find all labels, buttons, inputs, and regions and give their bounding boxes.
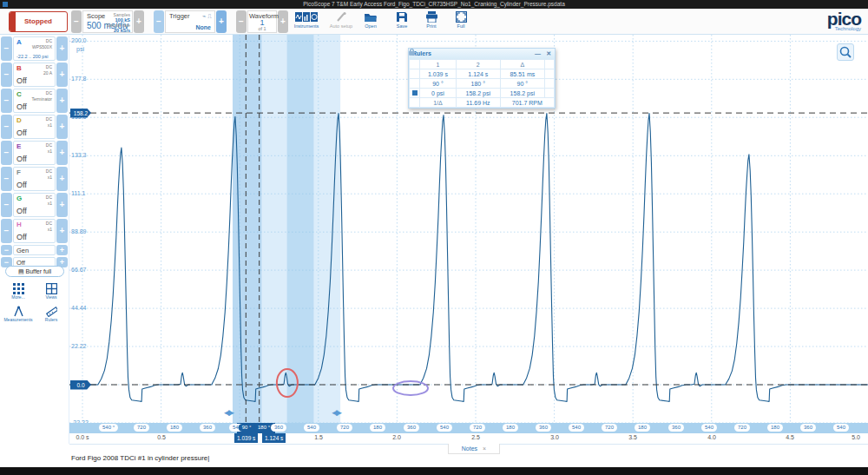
window-titlebar[interactable]: PicoScope 7 T&M Early Access Ford_Figo_T… (0, 0, 868, 9)
rotation-label: 180 (767, 424, 783, 432)
channel-a-color-swatch (412, 90, 418, 96)
zoom-magnifier-button[interactable] (837, 43, 854, 61)
generator-plus-button[interactable]: + (56, 245, 68, 255)
measurements-button[interactable]: Measurements (2, 305, 35, 327)
time-tick-label: 4.5 (786, 434, 794, 440)
buffer-label: Buffer full (26, 268, 51, 274)
trigger-panel[interactable]: − Trigger ⌁ ⎍ None + (154, 10, 228, 33)
waveform-panel[interactable]: − Waveform 1 of 1 + (236, 10, 290, 33)
selection-left-handle[interactable]: ◀▶ (224, 408, 233, 417)
pressure-ruler-tag[interactable]: 0.0 (70, 380, 91, 390)
channel-a-minus-button[interactable]: − (1, 36, 12, 61)
ruler-delta: 90 ° (500, 79, 544, 89)
notes-input[interactable]: Ford Figo 2008 TDCi #1 in cylinder press… (71, 454, 209, 462)
channel-b-minus-button[interactable]: − (1, 63, 12, 87)
channel-h-plus-button[interactable]: + (56, 219, 68, 243)
channel-g-card[interactable]: −GDCx1Off+ (1, 193, 68, 217)
instruments-button[interactable]: Instruments (292, 11, 321, 29)
rotation-label: 720 (470, 424, 485, 432)
channel-e-minus-button[interactable]: − (1, 141, 12, 165)
time-ruler-tag[interactable]: 1.124 s (262, 433, 286, 443)
trigger-mode-value[interactable]: None (196, 24, 212, 30)
rotation-ruler-tag[interactable]: 90 ° (239, 424, 255, 432)
trigger-minus-button[interactable]: − (154, 10, 164, 33)
buffer-icon: ▤ (18, 268, 26, 274)
channel-state: Off (16, 207, 27, 215)
pressure-ruler-tag[interactable]: 158.2 (70, 109, 91, 118)
time-tick-label: 5.0 (852, 434, 860, 440)
rotation-ruler-strip[interactable]: 540 °72018036054090 °180 °36054072018036… (69, 423, 868, 433)
views-button[interactable]: Views (35, 282, 68, 305)
ruler-value[interactable]: 180 ° (456, 79, 500, 89)
dialog-minimize-icon[interactable]: — (535, 49, 541, 59)
channel-c-plus-button[interactable]: + (56, 89, 68, 113)
full-button[interactable]: Full (446, 11, 476, 29)
channel-f-minus-button[interactable]: − (1, 167, 12, 191)
print-icon (417, 11, 446, 23)
open-button[interactable]: Open (356, 11, 385, 29)
lock-icon[interactable] (545, 89, 555, 98)
notes-tab[interactable]: Notes× (448, 444, 500, 454)
channel-f-plus-button[interactable]: + (56, 167, 68, 191)
channel-e-plus-button[interactable]: + (56, 141, 68, 165)
scope-plus-button[interactable]: + (134, 10, 144, 33)
buffer-full-button[interactable]: ▤ Buffer full (5, 266, 64, 277)
channel-h-card[interactable]: −HDCx1Off+ (1, 219, 68, 243)
channel-g-plus-button[interactable]: + (56, 193, 68, 217)
notes-tab-label: Notes (462, 445, 477, 452)
time-ruler-tag[interactable]: 1.039 s (234, 433, 258, 443)
scope-minus-button[interactable]: − (71, 10, 82, 33)
rulers-dialog[interactable]: Rulers — ✕ 12Δ1.039 s1.124 s85.51 ms90 °… (408, 48, 556, 109)
scope-panel[interactable]: − Scope 500 ms/div Samples 100 kS Sample… (71, 10, 146, 33)
generator-minus-button[interactable]: − (1, 245, 12, 255)
notes-panel[interactable]: Notes× Ford Figo 2008 TDCi #1 in cylinde… (69, 444, 868, 467)
channel-b-plus-button[interactable]: + (56, 63, 68, 87)
lock-icon[interactable] (545, 69, 555, 79)
more-button[interactable]: More... (2, 282, 35, 305)
waveform-next-button[interactable]: + (278, 10, 288, 33)
rulers-button[interactable]: Rulers (35, 305, 68, 327)
trigger-plus-button[interactable]: + (216, 10, 227, 33)
ruler-value[interactable]: 1.039 s (420, 69, 457, 79)
rotation-label: 180 (635, 424, 650, 432)
ruler-value[interactable]: 90 ° (420, 79, 457, 89)
generator-row[interactable]: − Gen + (1, 245, 68, 255)
ruler-value[interactable]: 1.124 s (456, 69, 500, 79)
ruler-value[interactable]: 0 psi (420, 89, 457, 98)
ruler-value[interactable]: 158.2 psi (456, 89, 500, 98)
notes-close-icon[interactable]: × (483, 445, 486, 452)
channel-state: Off (16, 129, 27, 137)
channel-d-minus-button[interactable]: − (1, 115, 12, 139)
ruler-delta: 85.51 ms (500, 69, 544, 79)
channel-a-card[interactable]: −ADCWPS500X-22.2 .. 200 psi+ (1, 36, 68, 61)
channel-c-card[interactable]: −CDCTerminatorOff+ (1, 89, 68, 113)
channel-coupling: DC (46, 64, 52, 69)
stopped-label: Stopped (24, 17, 52, 25)
channel-b-card[interactable]: −BDC20 AOff+ (1, 63, 68, 87)
fullscreen-icon (446, 11, 476, 23)
start-stop-button[interactable]: Stopped (9, 11, 68, 32)
channel-coupling: DC (46, 90, 52, 96)
print-button[interactable]: Print (417, 11, 446, 29)
selection-right-handle[interactable]: ◀▶ (332, 408, 340, 417)
channel-e-card[interactable]: −EDCx1Off+ (1, 141, 68, 165)
picoscope-window: PicoScope 7 T&M Early Access Ford_Figo_T… (0, 0, 868, 475)
waveform-prev-button[interactable]: − (236, 10, 247, 33)
trigger-panel-title: Trigger (169, 12, 189, 20)
save-button[interactable]: Save (387, 11, 417, 29)
channel-f-card[interactable]: −FDCx1Off+ (1, 167, 68, 191)
channel-d-plus-button[interactable]: + (56, 115, 68, 139)
channel-c-minus-button[interactable]: − (1, 89, 12, 113)
channel-coupling: DC (46, 116, 52, 122)
time-tick-label: 2.5 (471, 434, 480, 440)
dialog-close-icon[interactable]: ✕ (546, 49, 551, 59)
waveform-plot-area[interactable]: 200.0psi177.8155.6133.3111.188.8966.6744… (69, 35, 868, 423)
lock-icon[interactable] (545, 79, 555, 89)
channel-g-minus-button[interactable]: − (1, 193, 12, 217)
channel-h-minus-button[interactable]: − (1, 219, 12, 243)
freq-value: 11.69 Hz (456, 98, 500, 108)
channel-a-plus-button[interactable]: + (56, 36, 68, 61)
time-axis[interactable]: 0.0 s0.51.01.52.02.53.03.54.04.55.01.124… (69, 433, 868, 444)
channel-d-card[interactable]: −DDCx1Off+ (1, 115, 68, 139)
auto-setup-button: Auto setup (326, 11, 356, 29)
